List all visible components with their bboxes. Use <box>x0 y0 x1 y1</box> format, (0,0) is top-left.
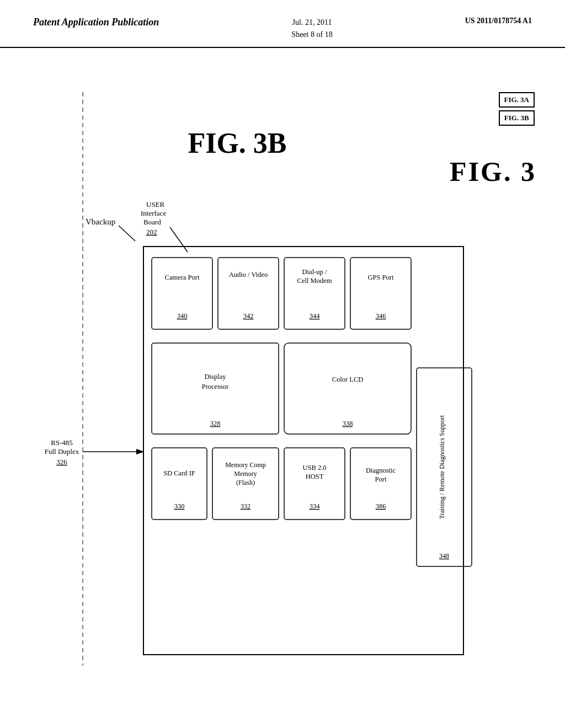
svg-text:RS-485: RS-485 <box>51 438 73 447</box>
main-diagram-svg: Vbackup RS-485 Full Duplex 326 FIG. 3B U… <box>33 81 486 688</box>
svg-line-2 <box>119 226 135 241</box>
fig-3b-box-label: FIG. 3B <box>499 110 535 126</box>
header-date: Jul. 21, 2011 <box>292 18 332 26</box>
svg-text:GPS Port: GPS Port <box>368 274 394 281</box>
svg-text:SD Card IF: SD Card IF <box>163 469 195 477</box>
svg-text:Diagnostic: Diagnostic <box>366 467 396 474</box>
svg-text:338: 338 <box>343 420 353 427</box>
svg-text:USER: USER <box>146 200 165 208</box>
svg-text:(Flash): (Flash) <box>236 479 255 486</box>
svg-text:Vbackup: Vbackup <box>86 217 115 226</box>
diagram-area: FIG. 3A FIG. 3B FIG. 3 Vbackup RS-485 Fu… <box>0 48 565 710</box>
page-header: Patent Application Publication Jul. 21, … <box>0 0 565 48</box>
svg-text:Processor: Processor <box>202 383 229 390</box>
svg-text:326: 326 <box>56 458 67 466</box>
svg-text:Memory Comp: Memory Comp <box>225 461 266 469</box>
header-sheet: Sheet 8 of 18 <box>291 30 332 39</box>
svg-text:342: 342 <box>243 312 254 320</box>
svg-text:332: 332 <box>241 502 250 510</box>
svg-text:Camera Port: Camera Port <box>165 274 200 281</box>
svg-text:330: 330 <box>174 502 185 510</box>
svg-text:USB 2.0: USB 2.0 <box>302 464 326 472</box>
svg-text:Full Duplex: Full Duplex <box>45 447 79 456</box>
fig-3a-box-label: FIG. 3A <box>499 92 535 108</box>
svg-text:Board: Board <box>143 218 161 226</box>
header-publication-label: Patent Application Publication <box>33 17 159 28</box>
svg-text:Interface: Interface <box>141 209 166 217</box>
svg-text:Display: Display <box>205 373 227 381</box>
svg-text:334: 334 <box>310 502 321 510</box>
svg-text:340: 340 <box>177 312 188 320</box>
svg-text:Memory: Memory <box>234 470 257 478</box>
svg-text:HOST: HOST <box>306 473 324 480</box>
header-patent-number: US 2011/0178754 A1 <box>465 17 532 25</box>
svg-text:348: 348 <box>439 552 449 560</box>
header-center-info: Jul. 21, 2011 Sheet 8 of 18 <box>291 17 332 41</box>
svg-text:Audio / Video: Audio / Video <box>229 271 268 279</box>
svg-text:328: 328 <box>210 420 221 427</box>
svg-rect-14 <box>143 247 463 655</box>
svg-text:344: 344 <box>310 312 321 320</box>
svg-text:Training / Remote Diagnostics : Training / Remote Diagnostics Support <box>438 415 446 519</box>
svg-text:FIG. 3B: FIG. 3B <box>188 127 286 159</box>
svg-line-13 <box>170 227 188 252</box>
svg-text:Color LCD: Color LCD <box>332 376 364 383</box>
svg-text:346: 346 <box>376 312 386 320</box>
svg-text:386: 386 <box>376 502 386 510</box>
svg-text:Cell Modem: Cell Modem <box>297 277 332 285</box>
svg-text:Dial-up /: Dial-up / <box>302 268 327 276</box>
svg-text:202: 202 <box>146 228 157 236</box>
svg-text:Port: Port <box>375 475 387 483</box>
